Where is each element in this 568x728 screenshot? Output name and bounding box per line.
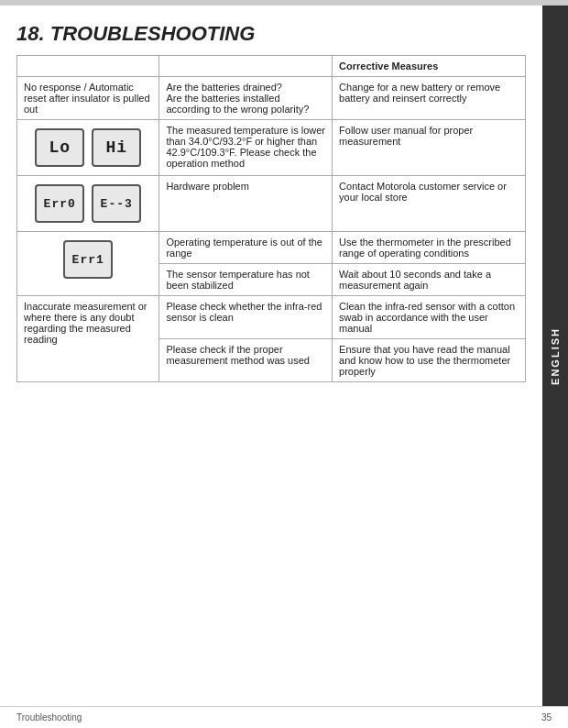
corrective-cell: Contact Motorola customer service or you… xyxy=(333,176,526,232)
display-cell-err: Err0 E--3 xyxy=(17,176,159,232)
corrective-cell: Use the thermometer in the prescribed ra… xyxy=(333,232,526,264)
col1-header xyxy=(17,56,159,77)
symptom-cell: No response / Automatic reset after insu… xyxy=(17,77,159,120)
troubleshooting-table: Corrective Measures No response / Automa… xyxy=(16,55,526,382)
display-cell-err1: Err1 xyxy=(17,232,159,296)
cause-cell: Are the batteries drained?Are the batter… xyxy=(159,77,333,120)
err-display: Err0 E--3 xyxy=(24,181,152,226)
col2-header xyxy=(159,56,333,77)
main-area: 18. TROUBLESHOOTING Corrective Measures xyxy=(0,6,542,706)
footer: Troubleshooting 35 xyxy=(0,706,568,728)
corrective-cell: Ensure that you have read the manual and… xyxy=(333,339,526,382)
side-tab-label: ENGLISH xyxy=(550,327,561,385)
lo-hi-display: Lo Hi xyxy=(24,125,152,171)
hi-display: Hi xyxy=(92,128,141,167)
cause-cell: Operating temperature is out of the rang… xyxy=(159,232,333,264)
cause-cell: Please check whether the infra-red senso… xyxy=(159,296,333,339)
err1-display: Err1 xyxy=(24,237,152,282)
display-cell-lohi: Lo Hi xyxy=(17,120,159,176)
page-title: 18. TROUBLESHOOTING xyxy=(16,22,526,46)
cause-cell: Hardware problem xyxy=(159,176,333,232)
content: 18. TROUBLESHOOTING Corrective Measures xyxy=(0,6,568,706)
col3-header: Corrective Measures xyxy=(333,56,526,77)
table-row: Err0 E--3 Hardware problem Contact Motor… xyxy=(17,176,526,232)
table-row: Lo Hi The measured temperature is lower … xyxy=(17,120,526,176)
inaccurate-symptom-cell: Inaccurate measurement or where there is… xyxy=(17,296,159,382)
err-dash-display: E--3 xyxy=(92,184,141,223)
cause-cell: The sensor temperature has not been stab… xyxy=(159,264,333,296)
footer-left: Troubleshooting xyxy=(16,712,82,722)
corrective-cell: Wait about 10 seconds and take a measure… xyxy=(333,264,526,296)
corrective-cell: Follow user manual for proper measuremen… xyxy=(333,120,526,176)
lo-display: Lo xyxy=(35,128,84,167)
corrective-cell: Clean the infra-red sensor with a cotton… xyxy=(333,296,526,339)
cause-cell: Please check if the proper measurement m… xyxy=(159,339,333,382)
table-row: Inaccurate measurement or where there is… xyxy=(17,296,526,339)
footer-right: 35 xyxy=(541,712,552,722)
side-tab: ENGLISH xyxy=(542,6,568,706)
err1-box: Err1 xyxy=(63,240,113,279)
table-row: No response / Automatic reset after insu… xyxy=(17,77,526,120)
corrective-cell: Change for a new battery or remove batte… xyxy=(333,77,526,120)
table-row: Err1 Operating temperature is out of the… xyxy=(17,232,526,264)
cause-cell: The measured temperature is lower than 3… xyxy=(159,120,333,176)
err0-display: Err0 xyxy=(35,184,84,223)
page: 18. TROUBLESHOOTING Corrective Measures xyxy=(0,0,568,728)
